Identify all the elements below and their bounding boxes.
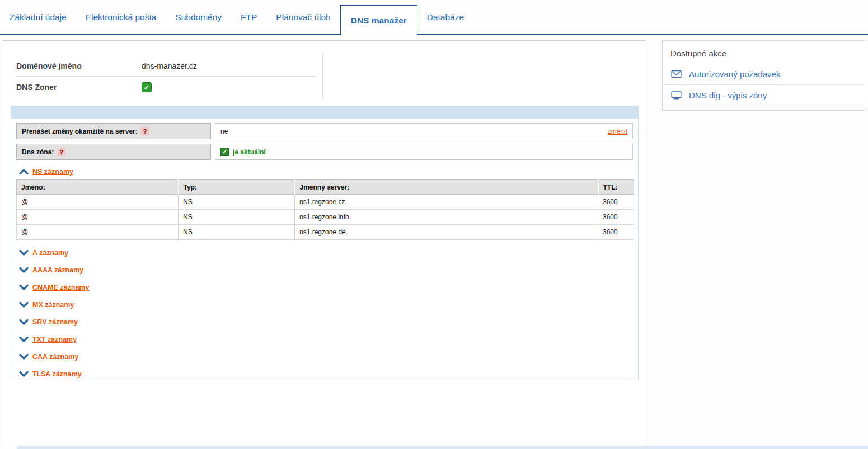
table-row: @ NS ns1.regzone.info. 3600 xyxy=(17,210,634,225)
authorized-request-label: Autorizovaný požadavek xyxy=(689,69,780,79)
mx-zaznamy-link[interactable]: MX záznamy xyxy=(32,301,74,309)
authorized-request-action[interactable]: Autorizovaný požadavek xyxy=(663,64,865,84)
available-actions-panel: Dostupné akce Autorizovaný požadavek DNS… xyxy=(662,40,865,111)
cell-type: NS xyxy=(179,210,295,225)
cname-zaznamy-link[interactable]: CNAME záznamy xyxy=(32,283,89,291)
a-zaznamy-link[interactable]: A záznamy xyxy=(32,249,68,257)
transfer-setting-label: Přenášet změny okamžitě na server: ? xyxy=(16,123,211,139)
help-icon[interactable]: ? xyxy=(57,148,65,156)
chevron-down-icon xyxy=(19,319,29,325)
section-a-zaznamy[interactable]: A záznamy xyxy=(19,248,633,257)
dns-zone-panel: Přenášet změny okamžitě na server: ? ne … xyxy=(11,106,639,380)
section-mx-zaznamy[interactable]: MX záznamy xyxy=(19,300,633,309)
zone-status-row: Dns zóna: ? ✓ je aktuální xyxy=(16,144,633,160)
transfer-setting-value: ne xyxy=(220,127,228,135)
section-caa-zaznamy[interactable]: CAA záznamy xyxy=(19,352,633,361)
cell-ttl: 3600 xyxy=(598,225,634,240)
dns-zoner-label: DNS Zoner xyxy=(16,83,142,92)
cell-server: ns1.regzone.de. xyxy=(295,225,598,240)
domain-name-label: Doménové jméno xyxy=(16,62,142,70)
chevron-up-icon xyxy=(19,168,29,175)
srv-zaznamy-link[interactable]: SRV záznamy xyxy=(32,318,78,326)
domain-name-value: dns-manazer.cz xyxy=(142,62,197,70)
ns-records-table: Jméno: Typ: Jmenný server: TTL: @ NS ns1… xyxy=(16,179,634,240)
actions-panel-title: Dostupné akce xyxy=(663,41,865,64)
section-srv-zaznamy[interactable]: SRV záznamy xyxy=(19,318,633,327)
cell-name: @ xyxy=(17,195,179,210)
section-txt-zaznamy[interactable]: TXT záznamy xyxy=(19,335,633,344)
cell-server: ns1.regzone.info. xyxy=(295,210,598,225)
tab-databaze[interactable]: Databáze xyxy=(417,0,473,34)
tlsa-zaznamy-link[interactable]: TLSA záznamy xyxy=(32,370,82,378)
zone-status-label: Dns zóna: ? xyxy=(16,144,211,160)
dns-zone-panel-header-bar xyxy=(11,106,638,119)
chevron-down-icon xyxy=(19,267,29,273)
chevron-down-icon xyxy=(19,371,29,377)
tab-planovac-uloh[interactable]: Plánovač úloh xyxy=(266,0,340,34)
section-cname-zaznamy[interactable]: CNAME záznamy xyxy=(19,283,633,292)
col-header-jmeno: Jméno: xyxy=(17,180,179,195)
aaaa-zaznamy-link[interactable]: AAAA záznamy xyxy=(32,266,83,274)
cell-type: NS xyxy=(179,225,295,240)
table-row: @ NS ns1.regzone.cz. 3600 xyxy=(17,195,634,210)
dns-manager-card: Doménové jméno dns-manazer.cz DNS Zoner … xyxy=(2,40,646,443)
ns-table-header-row: Jméno: Typ: Jmenný server: TTL: xyxy=(17,180,634,195)
section-tlsa-zaznamy[interactable]: TLSA záznamy xyxy=(19,370,633,379)
tab-dns-manazer[interactable]: DNS manažer xyxy=(340,5,417,35)
chevron-down-icon xyxy=(19,301,29,308)
dns-dig-action[interactable]: DNS dig - výpis zóny xyxy=(663,85,865,106)
table-row: @ NS ns1.regzone.de. 3600 xyxy=(17,225,634,240)
section-ns-zaznamy[interactable]: NS záznamy xyxy=(19,167,633,176)
tab-elektronicka-posta[interactable]: Elektronická pošta xyxy=(76,0,166,34)
ns-zaznamy-link[interactable]: NS záznamy xyxy=(32,168,73,176)
col-header-ttl: TTL: xyxy=(598,180,634,195)
monitor-icon xyxy=(671,91,682,100)
help-icon[interactable]: ? xyxy=(141,127,149,135)
cell-ttl: 3600 xyxy=(598,195,634,210)
cell-type: NS xyxy=(179,195,295,210)
txt-zaznamy-link[interactable]: TXT záznamy xyxy=(32,335,77,343)
divider xyxy=(663,106,865,106)
zone-status-value-cell: ✓ je aktuální xyxy=(215,144,633,160)
bottom-section-edge xyxy=(17,446,868,449)
chevron-down-icon xyxy=(19,249,29,256)
tab-bar: Základní údaje Elektronická pošta Subdom… xyxy=(0,0,868,35)
caa-zaznamy-link[interactable]: CAA záznamy xyxy=(32,353,78,361)
cell-name: @ xyxy=(17,225,179,240)
cell-name: @ xyxy=(17,210,179,225)
domain-overview: Doménové jméno dns-manazer.cz DNS Zoner … xyxy=(2,41,646,98)
change-link[interactable]: změnit xyxy=(608,127,627,135)
zone-status: ✓ je aktuální xyxy=(220,148,266,156)
transfer-setting-value-cell: ne změnit xyxy=(215,123,633,139)
zone-status-text: je aktuální xyxy=(233,148,266,156)
tab-ftp[interactable]: FTP xyxy=(231,0,266,34)
transfer-setting-label-text: Přenášet změny okamžitě na server: xyxy=(22,127,138,135)
cell-server: ns1.regzone.cz. xyxy=(295,195,598,210)
envelope-icon xyxy=(671,69,682,79)
tab-subdomeny[interactable]: Subdomény xyxy=(166,0,231,34)
dns-zoner-row: DNS Zoner ✓ xyxy=(16,77,317,98)
dns-zoner-checkbox[interactable]: ✓ xyxy=(142,82,152,92)
tab-zakladni-udaje[interactable]: Základní údaje xyxy=(0,0,76,34)
chevron-down-icon xyxy=(19,284,29,291)
transfer-setting-row: Přenášet změny okamžitě na server: ? ne … xyxy=(16,123,633,139)
domain-name-row: Doménové jméno dns-manazer.cz xyxy=(16,55,317,77)
zone-status-label-text: Dns zóna: xyxy=(22,148,54,156)
dns-dig-label: DNS dig - výpis zóny xyxy=(689,91,767,100)
header-vertical-divider xyxy=(322,53,323,99)
col-header-jmenny-server: Jmenný server: xyxy=(295,180,598,195)
cell-ttl: 3600 xyxy=(598,210,634,225)
chevron-down-icon xyxy=(19,336,29,343)
col-header-typ: Typ: xyxy=(179,180,295,195)
chevron-down-icon xyxy=(19,353,29,360)
section-aaaa-zaznamy[interactable]: AAAA záznamy xyxy=(19,266,633,275)
check-icon: ✓ xyxy=(220,148,229,156)
